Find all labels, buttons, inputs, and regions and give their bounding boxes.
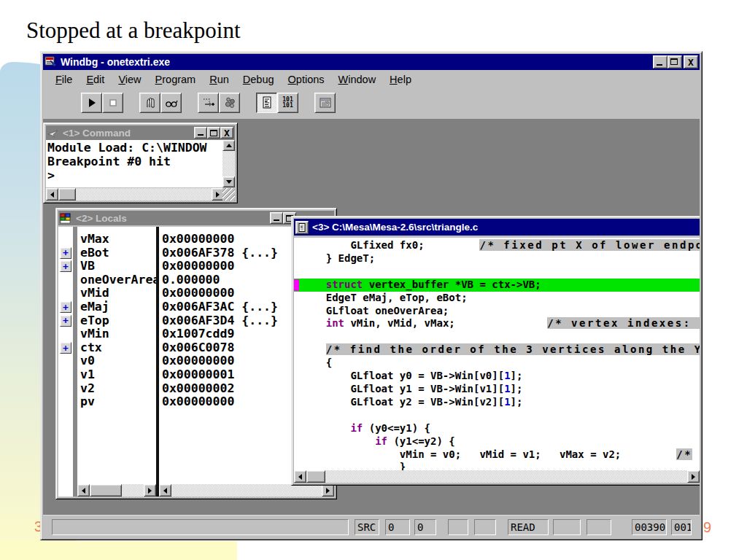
code-line	[301, 409, 700, 422]
locals-gutter-cell: +	[58, 246, 73, 260]
expand-button[interactable]: +	[60, 247, 71, 259]
scroll-left-button[interactable]	[159, 484, 171, 497]
code-line: GLfloat y1 = VB->Win[v1][1];	[301, 383, 700, 396]
bubbles-button[interactable]	[219, 93, 240, 113]
command-output[interactable]: Module Load: C:\WINDOWBreakpoint #0 hit>	[46, 140, 224, 187]
locals-variable-name[interactable]: vMid	[80, 287, 156, 300]
command-maximize-button[interactable]	[207, 127, 220, 139]
menu-item-debug[interactable]: Debug	[236, 72, 282, 87]
scroll-left-button[interactable]	[77, 484, 90, 497]
scroll-right-button[interactable]	[144, 484, 156, 497]
expand-button[interactable]: +	[60, 315, 71, 327]
command-window: <1> Command X Module Load: C:\WINDOWBrea…	[43, 122, 238, 203]
source-code[interactable]: GLfixed fx0; /* fixed pt X of lower endp…	[294, 238, 700, 470]
command-output-line: Breakpoint #0 hit	[47, 155, 222, 168]
scroll-right-button[interactable]	[687, 470, 700, 483]
locals-variable-name[interactable]: pv	[80, 395, 156, 409]
command-title: <1> Command	[63, 128, 131, 139]
step-button[interactable]	[198, 93, 219, 113]
menu-item-file[interactable]: File	[49, 72, 80, 87]
locals-window-icon	[60, 213, 72, 224]
expand-button[interactable]: +	[60, 301, 71, 313]
close-icon: X	[224, 128, 230, 138]
stop-icon	[107, 97, 119, 109]
menu-item-view[interactable]: View	[112, 72, 148, 87]
current-line: struct vertex_buffer *VB = ctx->VB;	[294, 279, 700, 292]
locals-gutter-cell	[58, 382, 73, 396]
scroll-thumb[interactable]	[306, 470, 325, 483]
menu-item-program[interactable]: Program	[149, 72, 204, 87]
source-system-menu[interactable]	[295, 221, 309, 234]
locals-gutter-cell	[58, 287, 73, 300]
scroll-track[interactable]	[76, 188, 212, 201]
locals-gutter-cell	[58, 354, 73, 368]
locals-variable-name[interactable]: v1	[80, 368, 156, 382]
scroll-up-button[interactable]	[222, 140, 235, 151]
code-line: GLfloat y2 = VB->Win[v2][1];	[301, 396, 700, 409]
command-minimize-button[interactable]	[194, 127, 207, 139]
locals-variable-name[interactable]: eMaj	[80, 300, 156, 314]
locals-names-scrollbar[interactable]	[77, 484, 156, 497]
command-vertical-scrollbar[interactable]	[222, 140, 235, 187]
locals-variable-name[interactable]: ctx	[80, 341, 156, 355]
windbg-window: Windbg - onetextri.exe X FileEditViewPro…	[40, 51, 703, 540]
menu-item-edit[interactable]: Edit	[80, 72, 112, 87]
breakpoint-button[interactable]	[139, 93, 160, 113]
status-panel-0: 0	[385, 519, 410, 535]
code-line: int vMin, vMid, vMax; /* vertex indexes:…	[301, 317, 700, 330]
menu-item-run[interactable]: Run	[203, 72, 236, 87]
command-close-button[interactable]: X	[220, 127, 233, 139]
menu-item-options[interactable]: Options	[282, 72, 332, 87]
play-icon	[86, 97, 98, 109]
locals-values-scrollbar[interactable]	[159, 484, 334, 497]
scroll-track[interactable]	[325, 470, 687, 483]
source-title-bar[interactable]: <3> C:\Mesa\Mesa-2.6\src\triangle.c	[294, 219, 700, 236]
maximize-button[interactable]	[667, 55, 682, 69]
locals-gutter-cell	[58, 368, 73, 382]
menu-item-help[interactable]: Help	[383, 72, 419, 87]
locals-variable-name[interactable]: v2	[80, 382, 156, 396]
code-line: } EdgeT;	[301, 252, 700, 265]
locals-gutter-cell: +	[58, 300, 73, 314]
locals-variable-name[interactable]: vMin	[80, 327, 156, 341]
code-line: EdgeT eMaj, eTop, eBot;	[301, 292, 700, 305]
command-title-bar[interactable]: <1> Command X	[46, 125, 235, 140]
stop-button[interactable]	[102, 93, 123, 113]
locals-minimize-button[interactable]	[270, 212, 283, 224]
scroll-track[interactable]	[222, 151, 235, 176]
scroll-track[interactable]	[122, 484, 144, 497]
command-horizontal-scrollbar[interactable]	[46, 188, 224, 201]
locals-variable-name[interactable]: oneOverArea	[80, 273, 156, 287]
code-line: GLfixed fx0; /* fixed pt X of lower endp…	[301, 239, 700, 252]
scroll-down-button[interactable]	[222, 176, 235, 187]
locals-variable-name[interactable]: vMax	[80, 233, 156, 246]
locals-variable-name[interactable]: VB	[80, 260, 156, 273]
scroll-track[interactable]	[171, 484, 322, 497]
window-title-bar[interactable]: Windbg - onetextri.exe X	[43, 54, 700, 70]
menu-item-window[interactable]: Window	[332, 72, 384, 87]
status-panel	[553, 519, 581, 535]
locals-variable-name[interactable]: eTop	[80, 314, 156, 328]
minimize-button[interactable]	[653, 55, 667, 69]
code-line: if (y0<=y1) {	[301, 422, 700, 435]
expand-button[interactable]: +	[60, 260, 71, 272]
assembly-mode-button[interactable]: 101 101	[277, 93, 298, 113]
source-mode-button[interactable]	[256, 93, 277, 113]
close-button[interactable]: X	[684, 55, 698, 69]
code-line: vMin = v0; vMid = v1; vMax = v2; /*	[301, 448, 700, 462]
locals-variable-name[interactable]: eBot	[80, 246, 156, 260]
run-button[interactable]	[81, 93, 102, 113]
resize-grip[interactable]	[222, 188, 235, 201]
scroll-left-button[interactable]	[46, 188, 58, 201]
locals-variable-name[interactable]: v0	[80, 354, 156, 368]
locals-gutter-cell: +	[58, 341, 73, 355]
expand-button[interactable]: +	[60, 342, 71, 354]
source-horizontal-scrollbar[interactable]	[294, 470, 700, 483]
quick-watch-button[interactable]	[160, 93, 182, 113]
code-line: if (y1<=y2) {	[301, 435, 700, 448]
scroll-right-button[interactable]	[322, 484, 334, 497]
scroll-left-button[interactable]	[294, 470, 306, 483]
memory-window-button[interactable]	[314, 93, 336, 113]
scroll-thumb[interactable]	[58, 188, 76, 201]
scroll-thumb[interactable]	[90, 484, 122, 497]
